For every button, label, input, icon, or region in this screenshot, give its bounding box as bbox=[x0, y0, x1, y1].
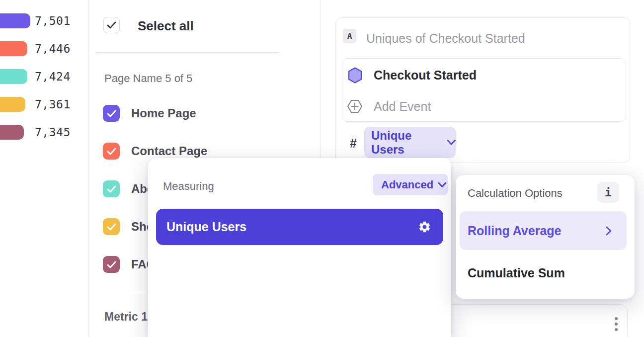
metric-footer-label: Metric 1 bbox=[104, 310, 148, 324]
add-event-icon[interactable] bbox=[347, 98, 363, 114]
measuring-title: Measuring bbox=[163, 180, 214, 193]
menu-option-label: Unique Users bbox=[166, 220, 418, 234]
menu-option-unique-users[interactable]: Unique Users bbox=[156, 209, 443, 245]
menu-option-rolling-average[interactable]: Rolling Average bbox=[460, 211, 627, 250]
chevron-down-icon bbox=[447, 139, 456, 146]
column-divider bbox=[88, 0, 89, 337]
legend-value: 7,501 bbox=[35, 13, 71, 28]
legend-value: 7,446 bbox=[35, 41, 71, 56]
list-item-label: Home Page bbox=[131, 105, 196, 122]
checkbox-shop-page[interactable] bbox=[103, 218, 120, 235]
checkmark-icon bbox=[107, 21, 116, 29]
checkbox-about-page[interactable] bbox=[103, 180, 120, 197]
calculation-options-title: Calculation Options bbox=[468, 187, 563, 200]
metric-dropdown[interactable]: Unique Users bbox=[364, 127, 456, 158]
legend-bar bbox=[0, 69, 27, 84]
info-icon[interactable]: i bbox=[597, 182, 619, 203]
checkbox-home-page[interactable] bbox=[103, 105, 120, 122]
checkbox-faq-page[interactable] bbox=[103, 256, 120, 273]
series-name-input[interactable]: Uniques of Checkout Started bbox=[366, 31, 525, 45]
advanced-dropdown[interactable]: Advanced bbox=[373, 174, 448, 195]
legend-bar bbox=[0, 41, 27, 56]
chevron-down-icon bbox=[438, 182, 447, 188]
divider bbox=[96, 52, 280, 53]
metric-dropdown-label: Unique Users bbox=[371, 129, 442, 157]
measuring-menu: Measuring Advanced Unique Users Total Ev… bbox=[148, 158, 451, 337]
checkmark-icon bbox=[107, 223, 116, 231]
group-label: Page Name 5 of 5 bbox=[104, 72, 192, 85]
checkmark-icon bbox=[107, 148, 116, 155]
legend-bar bbox=[0, 13, 30, 28]
chevron-right-icon bbox=[606, 226, 612, 236]
kebab-menu-icon[interactable] bbox=[615, 317, 618, 331]
legend-value: 7,361 bbox=[35, 97, 71, 112]
menu-option-cumulative-sum[interactable]: Cumulative Sum bbox=[468, 266, 565, 280]
calculation-options-menu: Calculation Options i Rolling Average Cu… bbox=[456, 175, 635, 299]
number-symbol: # bbox=[350, 136, 357, 151]
checkmark-icon bbox=[107, 110, 116, 117]
gear-icon[interactable] bbox=[418, 220, 431, 234]
select-all-checkbox[interactable] bbox=[103, 17, 120, 33]
advanced-dropdown-label: Advanced bbox=[381, 178, 433, 191]
legend-bar bbox=[0, 97, 25, 112]
legend-bar bbox=[0, 125, 24, 140]
event-name[interactable]: Checkout Started bbox=[374, 68, 477, 82]
series-badge: A bbox=[343, 29, 356, 43]
checkbox-contact-page[interactable] bbox=[103, 143, 120, 160]
checkmark-icon bbox=[107, 185, 116, 193]
list-item-label: Contact Page bbox=[131, 143, 207, 160]
checkmark-icon bbox=[107, 261, 116, 268]
legend-value: 7,345 bbox=[35, 125, 71, 140]
select-all-label: Select all bbox=[138, 18, 194, 34]
add-event-label[interactable]: Add Event bbox=[374, 99, 431, 113]
legend-value: 7,424 bbox=[35, 69, 71, 84]
menu-option-label: Rolling Average bbox=[468, 224, 606, 238]
event-hexagon-icon bbox=[348, 67, 362, 84]
